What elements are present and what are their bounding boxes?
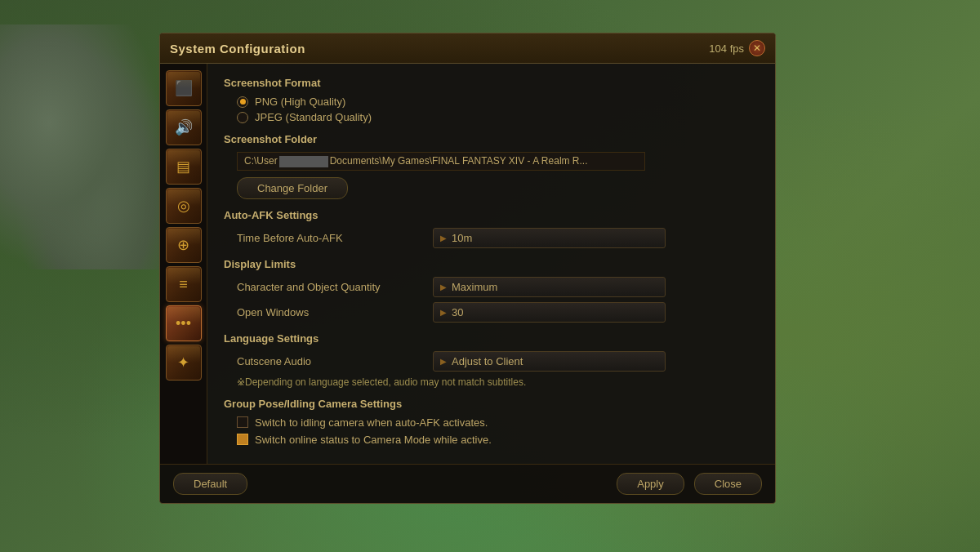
screenshot-folder-title: Screenshot Folder bbox=[224, 133, 759, 145]
screenshot-format-options: PNG (High Quality) JPEG (Standard Qualit… bbox=[224, 96, 759, 123]
cutscene-audio-value: Adjust to Client bbox=[452, 355, 523, 367]
group-pose-option-2-label: Switch online status to Camera Mode whil… bbox=[255, 434, 492, 446]
footer-left: Default bbox=[173, 473, 247, 495]
default-button[interactable]: Default bbox=[173, 473, 247, 495]
open-windows-label: Open Windows bbox=[237, 306, 433, 318]
display-limits-title: Display Limits bbox=[224, 258, 759, 270]
close-button[interactable]: Close bbox=[694, 473, 762, 495]
radio-item-jpeg[interactable]: JPEG (Standard Quality) bbox=[237, 111, 759, 123]
group-pose-option-1-label: Switch to idling camera when auto-AFK ac… bbox=[255, 416, 488, 429]
apply-button[interactable]: Apply bbox=[617, 473, 684, 495]
character-icon: ✦ bbox=[177, 354, 189, 372]
cutscene-audio-label: Cutscene Audio bbox=[237, 355, 433, 367]
radio-png-label: PNG (High Quality) bbox=[255, 96, 345, 108]
time-before-afk-row: Time Before Auto-AFK ▶ 10m bbox=[224, 228, 759, 248]
fps-display: 104 fps ✕ bbox=[709, 40, 765, 56]
group-pose-title: Group Pose/Idling Camera Settings bbox=[224, 398, 759, 410]
redacted-username bbox=[279, 156, 328, 167]
group-pose-option-1[interactable]: Switch to idling camera when auto-AFK ac… bbox=[224, 416, 759, 429]
close-icon[interactable]: ✕ bbox=[749, 40, 765, 56]
display-icon: ▤ bbox=[176, 158, 190, 176]
dropdown-arrow-icon2: ▶ bbox=[440, 283, 447, 292]
dropdown-arrow-icon: ▶ bbox=[440, 234, 447, 243]
checkbox-camera-mode[interactable] bbox=[237, 434, 248, 445]
dialog-body: ⬛ 🔊 ▤ ◎ ⊕ ≡ ••• ✦ bbox=[160, 64, 775, 464]
mouse-icon: ◎ bbox=[177, 197, 190, 215]
character-quantity-label: Character and Object Quantity bbox=[237, 281, 433, 293]
open-windows-row: Open Windows ▶ 30 bbox=[224, 302, 759, 323]
cutscene-audio-dropdown[interactable]: ▶ Adjust to Client bbox=[433, 351, 666, 372]
radio-jpeg-label: JPEG (Standard Quality) bbox=[255, 111, 372, 123]
sidebar-item-audio[interactable]: 🔊 bbox=[166, 109, 202, 145]
language-settings-title: Language Settings bbox=[224, 332, 759, 345]
radio-jpeg[interactable] bbox=[237, 112, 248, 123]
time-before-afk-value: 10m bbox=[452, 232, 472, 244]
system-config-dialog: System Configuration 104 fps ✕ ⬛ 🔊 ▤ ◎ ⊕ bbox=[159, 33, 776, 504]
logs-icon: ≡ bbox=[179, 276, 188, 293]
sidebar-item-chat[interactable]: ••• bbox=[166, 305, 202, 341]
dialog-title: System Configuration bbox=[170, 42, 305, 56]
dialog-footer: Default Apply Close bbox=[160, 464, 775, 503]
audio-icon: 🔊 bbox=[175, 118, 193, 136]
character-quantity-row: Character and Object Quantity ▶ Maximum bbox=[224, 277, 759, 297]
dropdown-arrow-icon3: ▶ bbox=[440, 308, 447, 317]
time-before-afk-dropdown[interactable]: ▶ 10m bbox=[433, 228, 666, 248]
open-windows-dropdown[interactable]: ▶ 30 bbox=[433, 302, 666, 323]
fps-value: 104 fps bbox=[709, 42, 744, 55]
folder-path-text: C:\User Documents\My Games\FINAL FANTASY… bbox=[237, 152, 645, 171]
sidebar: ⬛ 🔊 ▤ ◎ ⊕ ≡ ••• ✦ bbox=[160, 64, 207, 464]
sidebar-item-character[interactable]: ✦ bbox=[166, 345, 202, 381]
character-quantity-value: Maximum bbox=[452, 281, 497, 293]
character-quantity-dropdown[interactable]: ▶ Maximum bbox=[433, 277, 666, 297]
dialog-header: System Configuration 104 fps ✕ bbox=[160, 33, 775, 64]
background-stones bbox=[0, 24, 163, 269]
controller-icon: ⊕ bbox=[177, 236, 189, 254]
sidebar-item-display[interactable]: ▤ bbox=[166, 149, 202, 185]
checkbox-idling[interactable] bbox=[237, 416, 248, 428]
radio-png[interactable] bbox=[237, 96, 248, 108]
sidebar-item-screenshot[interactable]: ⬛ bbox=[166, 70, 202, 106]
footer-right: Apply Close bbox=[617, 473, 762, 495]
change-folder-row: Change Folder bbox=[224, 177, 759, 199]
auto-afk-title: Auto-AFK Settings bbox=[224, 209, 759, 221]
change-folder-button[interactable]: Change Folder bbox=[237, 177, 348, 199]
sidebar-item-controller[interactable]: ⊕ bbox=[166, 227, 202, 263]
group-pose-option-2[interactable]: Switch online status to Camera Mode whil… bbox=[224, 434, 759, 446]
sidebar-item-logs[interactable]: ≡ bbox=[166, 266, 202, 302]
cutscene-audio-row: Cutscene Audio ▶ Adjust to Client bbox=[224, 351, 759, 372]
screenshot-format-title: Screenshot Format bbox=[224, 77, 759, 89]
sidebar-item-mouse[interactable]: ◎ bbox=[166, 188, 202, 224]
language-note: ※Depending on language selected, audio m… bbox=[224, 376, 759, 388]
folder-path-row: C:\User Documents\My Games\FINAL FANTASY… bbox=[224, 152, 759, 171]
chat-icon: ••• bbox=[176, 315, 191, 332]
time-before-afk-label: Time Before Auto-AFK bbox=[237, 232, 433, 244]
content-area: Screenshot Format PNG (High Quality) JPE… bbox=[207, 64, 775, 464]
screenshot-icon: ⬛ bbox=[175, 79, 193, 97]
open-windows-value: 30 bbox=[452, 306, 463, 318]
dropdown-arrow-icon4: ▶ bbox=[440, 357, 447, 366]
radio-item-png[interactable]: PNG (High Quality) bbox=[237, 96, 759, 108]
